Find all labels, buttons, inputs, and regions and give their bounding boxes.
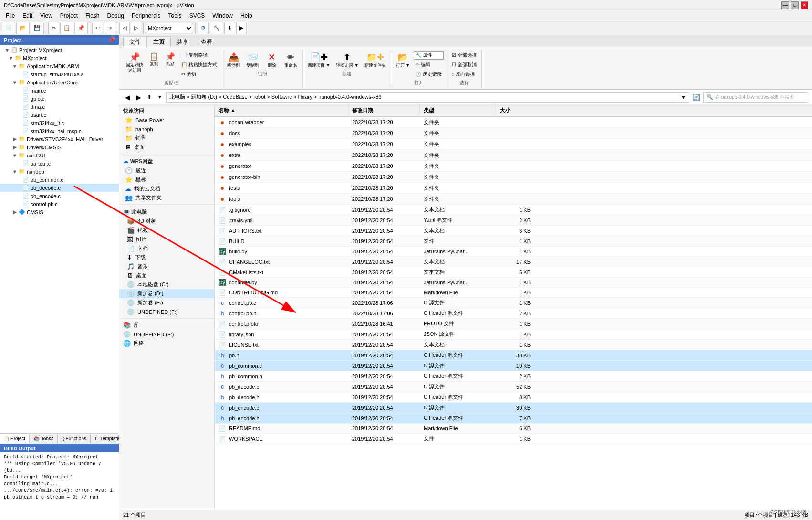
nav-item-nanopb[interactable]: 📁nanopb <box>119 125 214 134</box>
file-row-24[interactable]: h pb_common.h 2019/12/20 20:54 C Header … <box>215 371 812 382</box>
file-row-26[interactable]: h pb_decode.h 2019/12/20 20:54 C Header … <box>215 392 812 403</box>
maximize-button[interactable]: □ <box>791 1 799 9</box>
nav-item-my-cloud[interactable]: ☁我的云文档 <box>119 184 214 193</box>
nav-item-undef-f2[interactable]: 💿UNDEFINED (F:) <box>119 330 214 339</box>
tb-cut[interactable]: ✂ <box>48 22 59 34</box>
nav-refresh[interactable]: 🔄 <box>691 93 701 102</box>
menu-help[interactable]: Help <box>237 11 256 20</box>
file-row-12[interactable]: py build.py 2019/12/20 20:54 JetBrains P… <box>215 247 812 257</box>
tb-navigate-back[interactable]: ◁ <box>119 22 130 34</box>
breadcrumb-dropdown[interactable]: ▼ <box>681 94 686 100</box>
rb-paste[interactable]: 📌 粘贴 <box>163 51 177 68</box>
file-row-2[interactable]: ● examples 2022/10/28 17:20 文件夹 <box>215 139 812 150</box>
rb-pin[interactable]: 📌 固定到快速访问 <box>124 51 145 74</box>
tree-item-user-core[interactable]: ▼ 📁 Application/User/Core <box>0 78 119 86</box>
nav-item-vol-d[interactable]: 💿新加卷 (D:) <box>119 289 214 298</box>
file-row-9[interactable]: 📄 .travis.yml 2019/12/20 20:54 Yaml 源文件 … <box>215 215 812 226</box>
menu-file[interactable]: File <box>2 11 19 20</box>
file-row-10[interactable]: 📄 AUTHORS.txt 2019/12/20 20:54 文本文档 3 KB <box>215 226 812 236</box>
tree-item-stm32it[interactable]: 📄 stm32f4xx_it.c <box>0 119 119 127</box>
rb-delete[interactable]: ✕ 删除 <box>263 51 281 70</box>
menu-edit[interactable]: Edit <box>19 11 36 20</box>
rb-deselect-all[interactable]: ☐ 全部取消 <box>450 61 479 69</box>
file-row-20[interactable]: 📄 library.json 2019/12/20 20:54 JSON 源文件… <box>215 329 812 340</box>
file-row-4[interactable]: ● generator 2022/10/28 17:20 文件夹 <box>215 161 812 172</box>
file-row-25[interactable]: c pb_decode.c 2019/12/20 20:54 C 源文件 52 … <box>215 382 812 392</box>
rb-select-all[interactable]: ☑ 全部选择 <box>450 51 479 60</box>
rb-copy-path[interactable]: 📄 复制路径 <box>179 51 219 60</box>
tree-item-nanopb[interactable]: ▼ 📁 nanopb <box>0 167 119 176</box>
menu-peripherals[interactable]: Peripherals <box>128 11 165 20</box>
nav-item-recent[interactable]: 🕐最近 <box>119 166 214 175</box>
rb-move-to[interactable]: 📤 移动到 <box>225 51 242 70</box>
rb-new-folder[interactable]: 📁✚ 新建文件夹 <box>363 51 388 70</box>
tb-navigate-fwd[interactable]: ▷ <box>131 22 141 34</box>
file-row-17[interactable]: c control.pb.c 2022/10/28 17:06 C 源文件 1 … <box>215 298 812 308</box>
nav-item-music[interactable]: 🎵音乐 <box>119 262 214 271</box>
rtab-view[interactable]: 查看 <box>195 36 219 48</box>
file-row-27[interactable]: c pb_encode.c 2019/12/20 20:54 C 源文件 30 … <box>215 403 812 413</box>
tree-item-usart[interactable]: 📄 usart.c <box>0 111 119 119</box>
rb-cut[interactable]: ✂ 剪切 <box>179 70 219 79</box>
nav-up[interactable]: ⬆ <box>145 93 154 102</box>
tree-item-uartgui[interactable]: ▼ 📁 uartGUI <box>0 151 119 159</box>
nav-back[interactable]: ◀ <box>123 93 132 102</box>
tb-paste[interactable]: 📌 <box>74 22 88 34</box>
tb-debug[interactable]: ▶ <box>236 22 247 34</box>
file-row-28[interactable]: h pb_encode.h 2019/12/20 20:54 C Header … <box>215 413 812 424</box>
nav-item-starred[interactable]: ⭐星标 <box>119 175 214 184</box>
tb-copy[interactable]: 📋 <box>60 22 73 34</box>
tab-project[interactable]: 📋 Project <box>0 434 30 444</box>
menu-svcs[interactable]: SVCS <box>186 11 209 20</box>
file-row-22[interactable]: h pb.h 2019/12/20 20:54 C Header 源文件 38 … <box>215 350 812 361</box>
menu-project[interactable]: Project <box>56 11 82 20</box>
file-row-3[interactable]: ● extra 2022/10/28 17:20 文件夹 <box>215 150 812 161</box>
rtab-share[interactable]: 共享 <box>171 36 195 48</box>
file-row-6[interactable]: ● tests 2022/10/28 17:20 文件夹 <box>215 183 812 194</box>
tb-rebuild[interactable]: 🔨 <box>210 22 223 34</box>
nav-forward[interactable]: ▶ <box>134 93 143 102</box>
rb-properties[interactable]: 🔧 属性 <box>414 51 444 60</box>
file-row-15[interactable]: py conanfile.py 2019/12/20 20:54 JetBrai… <box>215 278 812 288</box>
rb-open[interactable]: 📂 打开 ▼ <box>394 51 412 70</box>
tree-item-pb-encode[interactable]: 📄 pb_encode.c <box>0 192 119 200</box>
search-box[interactable]: 🔍 在 nanopb-0.4.0-windows-x86 中搜索 <box>703 92 808 103</box>
col-header-name[interactable]: 名称 ▲ <box>215 106 348 115</box>
tree-item-uartgui-c[interactable]: 📄 uartgui.c <box>0 159 119 167</box>
rb-invert-select[interactable]: ↕ 反向选择 <box>450 70 479 79</box>
rb-paste-shortcut[interactable]: 📋 粘贴快捷方式 <box>179 61 219 69</box>
menu-tools[interactable]: Tools <box>165 11 186 20</box>
file-row-8[interactable]: 📄 .gitignore 2019/12/20 20:54 文本文档 1 KB <box>215 205 812 215</box>
tree-item-mxproject[interactable]: ▼ 📁 MXproject <box>0 54 119 62</box>
nav-item-documents[interactable]: 📄文档 <box>119 244 214 253</box>
tab-books[interactable]: 📚 Books <box>30 434 58 444</box>
file-row-14[interactable]: 📄 CMakeLists.txt 2019/12/20 20:54 文本文档 5… <box>215 267 812 278</box>
tb-download[interactable]: ⬇ <box>224 22 235 34</box>
rb-copy-to[interactable]: 📨 复制到 <box>244 51 261 70</box>
tree-item-gpio[interactable]: 📄 gpio.c <box>0 94 119 103</box>
nav-item-local-c[interactable]: 💿本地磁盘 (C:) <box>119 280 214 289</box>
rb-rename[interactable]: ✏ 重命名 <box>282 51 300 70</box>
nav-item-sales[interactable]: 📁销售 <box>119 134 214 143</box>
nav-item-pictures[interactable]: 🖼图片 <box>119 235 214 244</box>
tree-item-dma[interactable]: 📄 dma.c <box>0 103 119 111</box>
rb-copy[interactable]: 📋 复制 <box>147 51 161 68</box>
rb-new-item[interactable]: 📄✚ 新建项目 ▼ <box>306 51 332 70</box>
rb-easy-access[interactable]: ⬆ 轻松访问 ▼ <box>334 51 360 70</box>
minimize-button[interactable]: — <box>781 1 789 9</box>
file-row-5[interactable]: ● generator-bin 2022/10/28 17:20 文件夹 <box>215 172 812 183</box>
col-header-date[interactable]: 修改日期 <box>348 106 420 115</box>
close-button[interactable]: ✕ <box>801 1 808 9</box>
breadcrumb[interactable]: 此电脑 > 新加卷 (D:) > CodeBase > robot > Soft… <box>166 92 689 103</box>
tree-item-mdk-arm[interactable]: ▼ 📁 Application/MDK-ARM <box>0 62 119 70</box>
col-header-size[interactable]: 大小 <box>496 106 534 115</box>
project-pin[interactable]: 📌 <box>108 37 115 43</box>
col-header-type[interactable]: 类型 <box>420 106 496 115</box>
file-row-11[interactable]: 📄 BUILD 2019/12/20 20:54 文件 1 KB <box>215 236 812 247</box>
tree-item-hal-driver[interactable]: ▶ 📁 Drivers/STM32F4xx_HAL_Driver <box>0 135 119 143</box>
tb-new[interactable]: 📄 <box>2 22 15 34</box>
tree-item-stm32msp[interactable]: 📄 stm32f4xx_hal_msp.c <box>0 127 119 135</box>
tb-undo[interactable]: ↩ <box>92 22 103 34</box>
rtab-home[interactable]: 主页 <box>147 36 171 48</box>
tree-item-project[interactable]: ▼ 📋 Project: MXproject <box>0 46 119 54</box>
